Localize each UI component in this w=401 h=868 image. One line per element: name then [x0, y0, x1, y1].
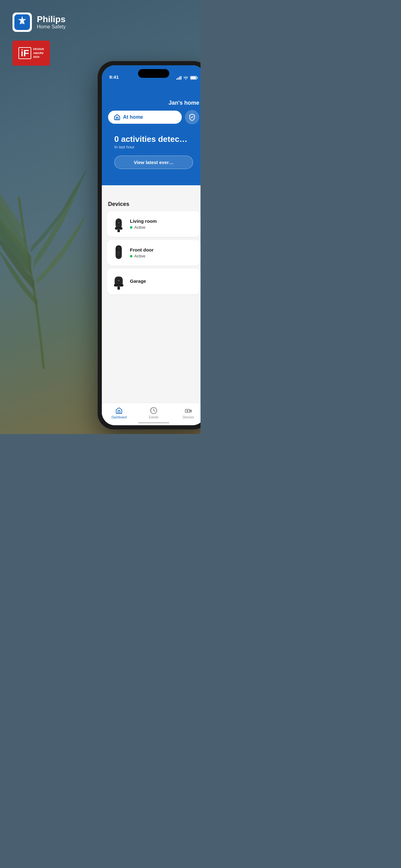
svg-point-33 — [190, 410, 191, 411]
nav-item-dashboard[interactable]: Dashboard — [102, 407, 136, 419]
svg-rect-14 — [118, 230, 120, 232]
view-latest-button[interactable]: View latest ever… — [114, 156, 193, 169]
device-name-living-room: Living room — [130, 218, 196, 224]
device-image-front-door — [112, 244, 126, 261]
brand-subtitle: Home Safety — [37, 24, 66, 30]
wifi-icon — [183, 76, 188, 80]
dynamic-island — [138, 69, 169, 78]
devices-nav-icon — [185, 407, 192, 414]
svg-rect-28 — [117, 285, 121, 286]
phone-frame: 9:41 — [97, 61, 201, 430]
device-name-front-door: Front door — [130, 247, 196, 252]
award-if-label: iF — [19, 47, 31, 59]
phone-screen: 9:41 — [102, 65, 201, 425]
svg-rect-7 — [191, 77, 196, 79]
plant-decoration — [0, 88, 94, 369]
svg-rect-29 — [118, 286, 120, 290]
signal-icon — [176, 76, 181, 80]
svg-rect-21 — [117, 256, 120, 257]
award-award: AWARD — [33, 51, 44, 55]
dashboard-nav-label: Dashboard — [111, 415, 127, 419]
shield-button[interactable] — [185, 110, 199, 124]
svg-rect-13 — [117, 228, 121, 230]
events-nav-icon — [150, 407, 157, 414]
svg-rect-22 — [118, 258, 120, 259]
app-header: 9:41 — [102, 65, 201, 185]
device-card-garage[interactable]: Garage — [107, 269, 201, 294]
device-status-front-door: Active — [130, 254, 196, 258]
svg-rect-6 — [197, 77, 198, 79]
home-indicator — [138, 422, 169, 423]
status-label-living-room: Active — [134, 225, 145, 230]
svg-point-18 — [118, 247, 120, 249]
status-icons — [176, 76, 198, 80]
shield-check-icon — [188, 114, 196, 121]
brand-header: Philips Home Safety — [12, 12, 66, 32]
device-card-front-door[interactable]: Front door Active — [107, 240, 201, 266]
app-content: 9:41 — [102, 65, 201, 425]
devices-title: Devices — [107, 201, 201, 208]
brand-name: Philips — [37, 15, 66, 24]
mode-selector-row: At home — [108, 110, 199, 129]
philips-logo — [12, 12, 32, 32]
svg-point-32 — [187, 410, 188, 411]
svg-point-12 — [118, 222, 119, 223]
battery-icon — [190, 76, 198, 80]
svg-rect-3 — [179, 76, 180, 80]
phone-mockup: 9:41 — [97, 61, 201, 430]
svg-rect-2 — [178, 78, 179, 80]
device-info-living-room: Living room Active — [130, 218, 196, 230]
devices-nav-label: Devices — [183, 415, 194, 419]
home-title: Jan's home — [108, 82, 199, 110]
nav-item-events[interactable]: Events — [136, 407, 171, 419]
device-info-front-door: Front door Active — [130, 247, 196, 258]
device-image-living-room — [112, 216, 126, 232]
brand-text: Philips Home Safety — [37, 15, 66, 30]
activities-count: 0 activities detec… — [114, 134, 193, 144]
house-icon — [114, 114, 121, 121]
device-card-living-room[interactable]: Living room Active — [107, 211, 201, 237]
svg-rect-20 — [118, 252, 120, 254]
device-name-garage: Garage — [130, 278, 196, 284]
mode-pill[interactable]: At home — [108, 111, 182, 124]
status-label-front-door: Active — [134, 254, 145, 258]
svg-rect-31 — [185, 409, 190, 412]
status-time: 9:41 — [109, 74, 119, 80]
device-info-garage: Garage — [130, 278, 196, 285]
status-dot-front-door — [130, 255, 132, 257]
events-nav-label: Events — [149, 415, 159, 419]
nav-item-devices[interactable]: Devices — [171, 407, 201, 419]
status-dot-living-room — [130, 226, 132, 229]
svg-rect-1 — [176, 79, 177, 80]
activities-subtitle: In last hour — [114, 145, 193, 149]
mode-label: At home — [123, 114, 143, 120]
svg-rect-4 — [181, 76, 182, 80]
award-year: 2024 — [33, 55, 44, 59]
dashboard-nav-icon — [115, 407, 123, 414]
activities-section: 0 activities detec… In last hour — [108, 129, 199, 152]
svg-point-27 — [118, 280, 120, 281]
device-image-garage — [112, 273, 126, 290]
devices-section: Devices — [102, 185, 201, 425]
award-badge: iF DESIGN AWARD 2024 — [12, 41, 50, 66]
device-status-living-room: Active — [130, 225, 196, 230]
award-design: DESIGN — [33, 47, 44, 51]
award-text: DESIGN AWARD 2024 — [33, 47, 44, 59]
